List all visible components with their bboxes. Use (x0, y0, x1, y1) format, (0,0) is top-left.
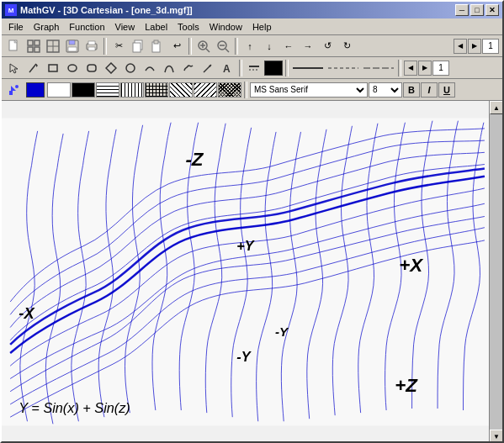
pattern-black[interactable] (72, 82, 95, 98)
rotate-cw-button[interactable]: ↻ (337, 37, 356, 55)
paste-button[interactable] (148, 37, 167, 55)
equation-label: Y = Sin(x) + Sin(z) (19, 400, 130, 415)
arrow-left-button[interactable]: ← (279, 37, 298, 55)
neg-y-label: -Y (236, 349, 252, 364)
svg-rect-11 (68, 47, 77, 51)
save-button[interactable] (63, 37, 82, 55)
zoom-out-button[interactable] (214, 37, 232, 55)
pattern-diag2[interactable] (194, 82, 217, 98)
line-next[interactable]: ▶ (418, 61, 432, 76)
toolbar-nav-group: ◀ ▶ 1 (454, 39, 499, 54)
menu-tools[interactable]: Tools (172, 20, 204, 34)
svg-point-33 (126, 64, 135, 72)
line-styles (291, 61, 395, 76)
ellipse-tool[interactable] (63, 59, 82, 77)
svg-rect-31 (88, 65, 96, 71)
svg-point-30 (68, 65, 77, 71)
bold-button[interactable]: B (403, 82, 420, 98)
line-style-btn[interactable] (245, 59, 263, 77)
pattern-diag1[interactable] (169, 82, 193, 98)
bezier-tool[interactable] (160, 59, 178, 77)
svg-point-43 (15, 85, 19, 88)
neg-y2-label: -Y (275, 324, 289, 339)
arrow-up-button[interactable]: ↑ (241, 37, 259, 55)
menu-window[interactable]: Window (204, 20, 247, 34)
maximize-button[interactable]: □ (470, 4, 484, 16)
next-button[interactable]: ▶ (468, 39, 481, 54)
line-prev[interactable]: ◀ (404, 61, 417, 76)
copy-button[interactable] (129, 37, 147, 55)
scroll-up-button[interactable]: ▲ (490, 101, 503, 114)
svg-rect-42 (9, 91, 13, 95)
circle-tool[interactable] (121, 59, 140, 77)
arrow-right-button[interactable]: → (299, 37, 317, 55)
rounded-rect-tool[interactable] (82, 59, 101, 77)
menu-function[interactable]: Function (64, 20, 109, 34)
menu-view[interactable]: View (110, 20, 141, 34)
svg-rect-29 (49, 65, 57, 71)
svg-marker-28 (36, 64, 38, 67)
pencil-tool[interactable] (24, 59, 43, 77)
minimize-button[interactable]: ─ (455, 4, 469, 16)
pattern-cross[interactable] (145, 82, 168, 98)
scroll-down-button[interactable]: ▼ (490, 430, 503, 443)
sep1 (103, 38, 107, 55)
color-box-blue[interactable] (26, 82, 45, 98)
window-title: MathGV - [3D Cartesian - [one_3d.mgf]] (20, 5, 193, 15)
scrollbar-vertical: ▲ ▼ (489, 101, 502, 443)
pattern-v-lines[interactable] (120, 82, 144, 98)
arc-tool[interactable] (141, 59, 159, 77)
svg-rect-4 (28, 47, 33, 52)
line-number: 1 (432, 61, 449, 76)
title-bar-left: M MathGV - [3D Cartesian - [one_3d.mgf]] (5, 4, 193, 16)
freehand-tool[interactable] (179, 59, 198, 77)
text-tool[interactable]: A (218, 59, 236, 77)
toolbar-row-1: ✂ ↩ ↑ ↓ ← → ↺ ↻ (2, 35, 502, 57)
toolbar-row-3: MS Sans Serif 8 B I U (2, 79, 502, 101)
grid-view-button[interactable] (24, 37, 43, 55)
scroll-track-v[interactable] (490, 114, 502, 430)
font-select[interactable]: MS Sans Serif (250, 82, 368, 98)
arrow-down-button[interactable]: ↓ (260, 37, 279, 55)
pattern-h-lines[interactable] (96, 82, 119, 98)
cut-button[interactable]: ✂ (109, 37, 128, 55)
rotate-ccw-button[interactable]: ↺ (318, 37, 337, 55)
svg-rect-2 (28, 40, 33, 45)
menu-graph[interactable]: Graph (29, 20, 65, 34)
zoom-in-button[interactable] (194, 37, 213, 55)
menu-file[interactable]: File (3, 20, 29, 34)
underline-button[interactable]: U (438, 82, 455, 98)
page-number: 1 (482, 39, 499, 54)
undo-button[interactable]: ↩ (167, 37, 186, 55)
neg-x-label: -X (19, 304, 35, 322)
close-button[interactable]: ✕ (485, 4, 499, 16)
pos-z-label: +Z (395, 375, 418, 396)
menu-label[interactable]: Label (140, 20, 172, 34)
toolbar-row-2: A ◀ ▶ 1 (2, 57, 502, 79)
diamond-tool[interactable] (102, 59, 120, 77)
graph-button[interactable] (44, 37, 62, 55)
plus-y-label: +Y (236, 238, 255, 253)
svg-text:A: A (223, 63, 231, 74)
pos-x-label: +X (399, 256, 423, 277)
sep3 (235, 38, 238, 55)
color-fill-box[interactable] (264, 61, 283, 76)
pattern-diag3[interactable] (218, 82, 241, 98)
italic-button[interactable]: I (421, 82, 438, 98)
arrow-tool[interactable] (199, 59, 217, 77)
rect-tool[interactable] (44, 59, 62, 77)
app-icon: M (5, 4, 17, 16)
prev-button[interactable]: ◀ (454, 39, 467, 54)
select-tool[interactable] (5, 59, 24, 77)
pattern-white[interactable] (47, 82, 71, 98)
title-bar: M MathGV - [3D Cartesian - [one_3d.mgf]]… (2, 2, 502, 18)
graph-area[interactable]: -Z +Z +X -X +Y -Y -Y Y = Sin(x) + Sin(z) (2, 101, 489, 443)
new-button[interactable] (5, 37, 24, 55)
svg-rect-5 (34, 47, 40, 52)
dropper-tool[interactable] (5, 81, 24, 99)
size-select[interactable]: 8 (369, 82, 402, 98)
svg-marker-32 (106, 63, 116, 73)
svg-marker-26 (10, 64, 18, 73)
menu-help[interactable]: Help (247, 20, 277, 34)
print-button[interactable] (82, 37, 101, 55)
